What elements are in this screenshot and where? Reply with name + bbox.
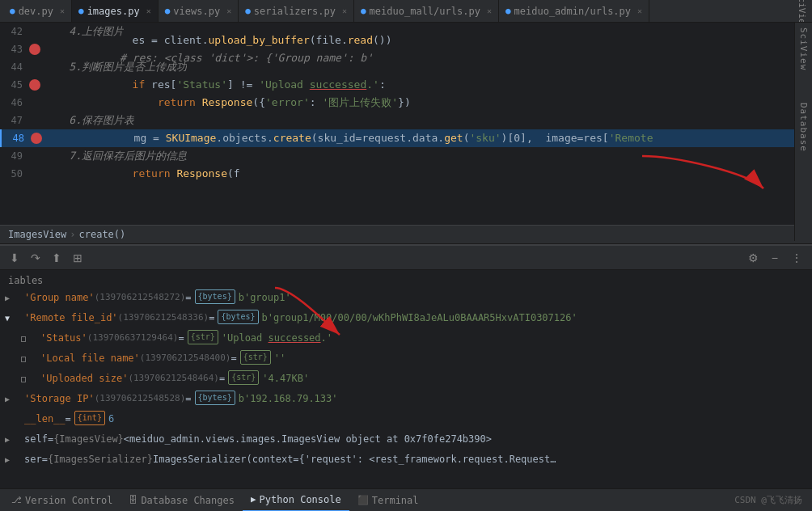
tab-meiduo-admin-urls[interactable]: ● meiduo_admin/urls.py ✕ <box>499 0 649 23</box>
type-badge: {int} <box>74 411 105 425</box>
tab-label: views.py <box>173 6 220 17</box>
tab-close-icon[interactable]: ✕ <box>342 6 347 15</box>
expand-icon: □ <box>21 370 34 387</box>
var-key: 'Group name' <box>24 289 95 306</box>
code-content: return Response(f <box>44 147 240 201</box>
line-number: 49 <box>0 147 29 165</box>
settings-button[interactable]: ⚙ <box>745 250 762 266</box>
arrow-to-status <box>259 280 356 344</box>
var-id: (139706212548336) <box>118 310 209 326</box>
bottom-tab-python-console[interactable]: ▶ Python Console <box>243 489 349 512</box>
var-id: (139706212548272) <box>95 289 186 306</box>
var-remote-file-id[interactable]: ▼ 'Remote file_id' (139706212548336) = {… <box>0 308 812 328</box>
type-badge: {bytes} <box>195 391 235 405</box>
equals: = <box>209 310 214 326</box>
breadcrumb-method: create() <box>78 229 125 240</box>
line-number: 47 <box>0 112 29 129</box>
code-lines: 42 4.上传图片 43 es = client.upload_by_buffe… <box>0 23 812 183</box>
tab-label: meiduo_admin/urls.py <box>514 6 632 17</box>
tab-images-py[interactable]: ● images.py ✕ <box>72 0 159 23</box>
expand-icon: ▶ <box>5 451 18 468</box>
tab-close-icon[interactable]: ✕ <box>60 6 65 15</box>
tab-dev-py[interactable]: ● dev.py ✕ <box>3 0 72 23</box>
breakpoint-icon[interactable] <box>29 79 40 91</box>
var-id: (139706212548400) <box>140 350 231 366</box>
code-line-43: 43 es = client.upload_by_buffer(file.rea… <box>0 40 812 58</box>
database-sidebar-label[interactable]: Database <box>798 103 809 152</box>
var-key: 'Storage IP' <box>24 391 95 407</box>
code-line-50: 50 return Response(f <box>0 165 812 183</box>
debug-toolbar: ⬇ ↷ ⬆ ⊞ ⚙ − ⋮ <box>0 246 812 270</box>
code-line-48: 48 mg = SKUImage.objects.create(sku_id=r… <box>0 129 812 147</box>
tab-close-icon[interactable]: ✕ <box>637 6 642 15</box>
bottom-tab-terminal[interactable]: ⬛ Terminal <box>349 489 427 512</box>
expand-icon: □ <box>21 330 34 347</box>
type-badge: {bytes} <box>195 289 235 304</box>
tab-close-icon[interactable]: ✕ <box>226 6 231 15</box>
code-editor: 42 4.上传图片 43 es = client.upload_by_buffe… <box>0 23 812 225</box>
var-key: 'Remote file_id' <box>24 310 118 326</box>
tab-close-icon[interactable]: ✕ <box>487 6 492 15</box>
var-id: (139706637129464) <box>87 330 179 346</box>
expand-icon: ▶ <box>5 391 18 408</box>
sciview-label[interactable]: SciView <box>792 0 812 23</box>
var-id: (139706212548464) <box>128 370 219 386</box>
tab-meiduo-mall-urls[interactable]: ● meiduo_mall/urls.py ✕ <box>354 0 499 23</box>
var-status[interactable]: □ 'Status' (139706637129464) = {str} 'Up… <box>0 328 812 348</box>
bottom-bar: ⎇ Version Control 🗄 Database Changes ▶ P… <box>0 488 812 511</box>
line-number: 42 <box>0 23 29 40</box>
var-group-name[interactable]: ▶ 'Group name' (139706212548272) = {byte… <box>0 288 812 308</box>
bottom-tab-version-control[interactable]: ⎇ Version Control <box>3 489 121 512</box>
var-self-type: {ImagesView} <box>53 431 124 447</box>
equals: = <box>42 451 48 467</box>
var-value: '' <box>274 350 285 366</box>
var-self-label: self <box>24 431 48 447</box>
var-ser[interactable]: ▶ ser = {ImagesSerializer} ImagesSeriali… <box>0 450 812 470</box>
bottom-tab-label: Version Control <box>25 495 112 506</box>
debug-toolbar-left: ⬇ ↷ ⬆ ⊞ <box>6 250 738 266</box>
var-self[interactable]: ▶ self = {ImagesView} <meiduo_admin.view… <box>0 429 812 450</box>
sciview-sidebar-label[interactable]: SciView <box>798 27 809 70</box>
expand-icon: ▶ <box>5 289 18 306</box>
bottom-tab-database[interactable]: 🗄 Database Changes <box>121 489 243 512</box>
var-storage-ip[interactable]: ▶ 'Storage IP' (139706212548528) = {byte… <box>0 389 812 409</box>
var-ser-value: ImagesSerializer(context={'request': <re… <box>153 451 557 467</box>
breakpoint-icon[interactable] <box>31 133 42 144</box>
line-number: 50 <box>0 165 29 183</box>
var-len[interactable]: ▶ __len__ = {int} 6 <box>0 409 812 429</box>
var-local-file-name[interactable]: □ 'Local file name' (139706212548400) = … <box>0 348 812 369</box>
variables-header: iables <box>0 273 812 288</box>
step-out-button[interactable]: ⬆ <box>49 250 65 266</box>
var-value: b'192.168.79.133' <box>239 391 338 407</box>
type-badge: {str} <box>240 350 271 365</box>
view-grid-button[interactable]: ⊞ <box>70 250 86 266</box>
breadcrumb-separator: › <box>70 229 75 240</box>
bottom-tab-label: Database Changes <box>141 495 235 506</box>
tab-close-icon[interactable]: ✕ <box>146 6 151 15</box>
bottom-tab-label: Python Console <box>260 494 341 505</box>
tab-serializers-py[interactable]: ● serializers.py ✕ <box>239 0 354 23</box>
step-into-button[interactable]: ⬇ <box>6 250 23 266</box>
type-badge: {str} <box>188 330 218 344</box>
line-number: 46 <box>0 94 29 112</box>
equals: = <box>185 289 191 306</box>
breakpoint-icon[interactable] <box>29 44 40 55</box>
tab-bar: ● dev.py ✕ ● images.py ✕ ● views.py ✕ ● … <box>0 0 812 23</box>
expand-icon: ▶ <box>5 411 18 428</box>
var-uploaded-size[interactable]: □ 'Uploaded size' (139706212548464) = {s… <box>0 369 812 389</box>
var-ser-label: ser <box>24 451 42 467</box>
var-self-value: <meiduo_admin.views.images.ImagesView ob… <box>124 431 492 447</box>
layout-button[interactable]: ⋮ <box>788 250 806 266</box>
step-over-button[interactable]: ↷ <box>27 250 44 266</box>
equals: = <box>66 411 71 427</box>
python-console-icon: ▶ <box>251 494 256 505</box>
equals: = <box>178 330 184 346</box>
right-sidebar: SciView Database <box>794 23 812 241</box>
minimize-button[interactable]: − <box>768 250 781 266</box>
tab-views-py[interactable]: ● views.py ✕ <box>159 0 239 23</box>
line-number: 45 <box>0 76 29 94</box>
var-key: 'Uploaded size' <box>40 370 128 386</box>
var-value: 6 <box>108 411 114 427</box>
tab-label: dev.py <box>19 6 53 17</box>
debug-variables-panel: iables ▶ 'Group name' (139706212548272) … <box>0 270 812 492</box>
